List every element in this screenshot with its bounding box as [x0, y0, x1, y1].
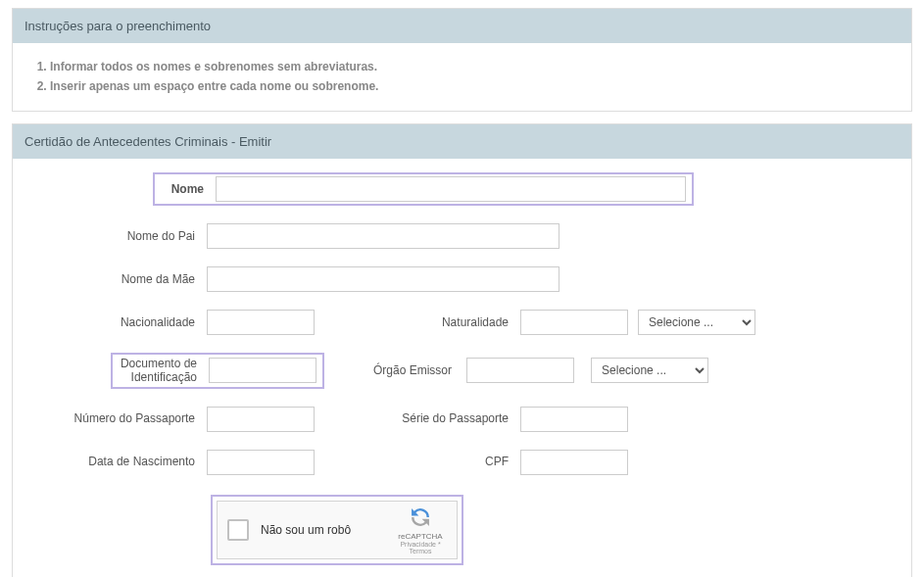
- data-nasc-input[interactable]: [207, 450, 315, 475]
- documento-highlight: Documento de Identificação: [111, 353, 324, 389]
- recaptcha-label: Não sou um robô: [261, 523, 394, 537]
- nome-pai-label: Nome do Pai: [30, 229, 207, 243]
- recaptcha-checkbox[interactable]: [227, 519, 249, 541]
- instruction-item: Informar todos os nomes e sobrenomes sem…: [50, 57, 894, 76]
- cpf-label: CPF: [373, 455, 520, 468]
- recaptcha-brand: reCAPTCHA: [394, 532, 447, 541]
- nome-mae-input[interactable]: [207, 266, 559, 292]
- instructions-body: Informar todos os nomes e sobrenomes sem…: [13, 43, 911, 111]
- nome-label: Nome: [161, 182, 216, 196]
- nome-input[interactable]: [216, 176, 686, 202]
- orgao-label: Órgão Emissor: [373, 363, 463, 377]
- form-body: Nome Nome do Pai Nome da Mãe Nacionalida…: [13, 159, 911, 577]
- form-panel: Certidão de Antecedentes Criminais - Emi…: [12, 123, 912, 577]
- recaptcha-icon: [408, 505, 433, 530]
- documento-label: Documento de Identificação: [119, 357, 209, 385]
- naturalidade-select[interactable]: Selecione ...: [638, 310, 755, 335]
- passaporte-num-label: Número do Passaporte: [30, 411, 207, 425]
- passaporte-num-input[interactable]: [207, 407, 315, 432]
- nacionalidade-label: Nacionalidade: [30, 315, 207, 329]
- nome-pai-input[interactable]: [207, 223, 559, 249]
- naturalidade-label: Naturalidade: [373, 315, 520, 329]
- recaptcha-highlight: Não sou um robô reCAPTCHA Privacidade * …: [211, 495, 463, 565]
- nome-mae-label: Nome da Mãe: [30, 272, 207, 286]
- recaptcha-terms: Privacidade * Termos: [394, 541, 447, 554]
- passaporte-serie-label: Série do Passaporte: [373, 411, 520, 425]
- recaptcha-logo: reCAPTCHA Privacidade * Termos: [394, 505, 447, 554]
- instructions-header: Instruções para o preenchimento: [13, 9, 911, 43]
- passaporte-serie-input[interactable]: [520, 407, 628, 432]
- recaptcha-widget: Não sou um robô reCAPTCHA Privacidade * …: [217, 501, 458, 559]
- orgao-input[interactable]: [466, 358, 574, 383]
- nome-highlight: Nome: [153, 172, 694, 206]
- documento-input[interactable]: [209, 358, 316, 383]
- instruction-item: Inserir apenas um espaço entre cada nome…: [50, 76, 894, 96]
- form-header: Certidão de Antecedentes Criminais - Emi…: [13, 124, 911, 159]
- orgao-select[interactable]: Selecione ...: [591, 358, 708, 383]
- data-nasc-label: Data de Nascimento: [30, 455, 207, 468]
- nacionalidade-input[interactable]: [207, 310, 315, 335]
- naturalidade-input[interactable]: [520, 310, 628, 335]
- cpf-input[interactable]: [520, 450, 628, 475]
- instructions-panel: Instruções para o preenchimento Informar…: [12, 8, 912, 112]
